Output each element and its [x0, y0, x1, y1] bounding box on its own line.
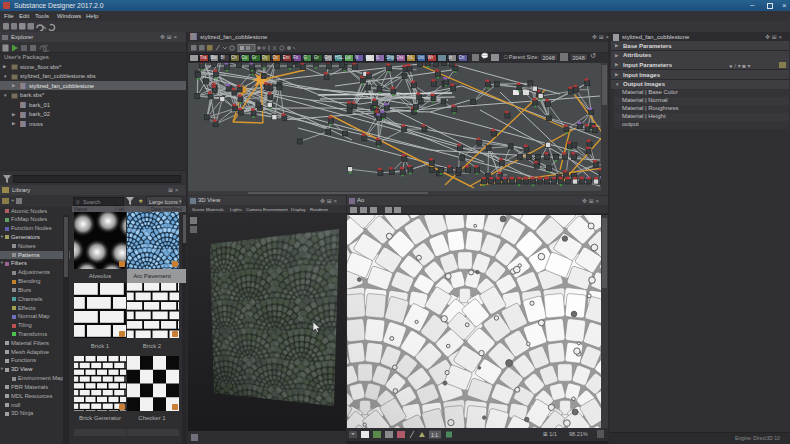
svg-text:1:1: 1:1	[431, 432, 438, 438]
